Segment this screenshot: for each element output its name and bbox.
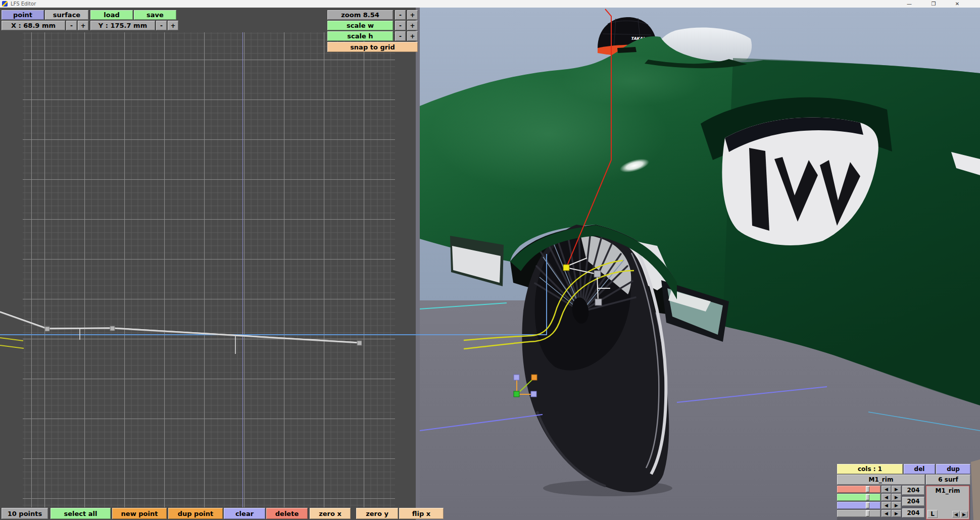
surf-count-button[interactable]: 6 surf: [926, 475, 970, 485]
point-handle-lavender[interactable]: [531, 391, 536, 397]
zero-x-button[interactable]: zero x: [310, 508, 351, 519]
material-next-arrow[interactable]: ▶: [960, 511, 968, 517]
flip-x-button[interactable]: flip x: [399, 508, 444, 519]
new-point-button[interactable]: new point: [112, 508, 167, 519]
minimize-button[interactable]: —: [901, 0, 918, 8]
scale-h-button[interactable]: scale h: [327, 31, 393, 41]
control-point-handle[interactable]: [45, 327, 50, 331]
zoom-plus-button[interactable]: +: [407, 10, 418, 20]
gizmo-handle[interactable]: [594, 271, 601, 277]
surface-panel: cols : 1 del dup M1_rim 6 surf ◀ ▶ ◀ ▶ ◀…: [837, 464, 970, 520]
red-left-arrow[interactable]: ◀: [881, 486, 891, 493]
maximize-button[interactable]: ❐: [925, 0, 942, 8]
selected-point-handle[interactable]: [563, 265, 569, 271]
scale-w-button[interactable]: scale w: [327, 21, 393, 30]
blue-left-arrow[interactable]: ◀: [881, 502, 891, 509]
window-title: LFS Editor: [11, 1, 36, 7]
points-count-readout: 10 points: [2, 508, 48, 519]
clear-button[interactable]: clear: [224, 508, 265, 519]
y-minus-button[interactable]: -: [156, 21, 167, 30]
delete-button[interactable]: delete: [266, 508, 308, 519]
zero-y-button[interactable]: zero y: [356, 508, 398, 519]
lfs-editor-window: TAKAI: [0, 0, 980, 520]
gizmo-handle[interactable]: [595, 299, 602, 305]
zoom-readout: zoom 8.54: [327, 10, 393, 20]
load-button[interactable]: load: [90, 10, 133, 20]
snap-to-grid-button[interactable]: snap to grid: [327, 42, 418, 52]
spline-polyline: [0, 312, 359, 343]
scale-w-minus-button[interactable]: -: [395, 21, 406, 30]
blue-right-arrow[interactable]: ▶: [892, 502, 901, 509]
dup-button[interactable]: dup: [936, 464, 970, 474]
point-handle-lavender[interactable]: [514, 375, 519, 380]
selected-material-label: M1_rim: [926, 487, 969, 494]
cockpit-vent-slot: [617, 47, 636, 53]
x-coordinate-readout: X : 68.9 mm: [2, 21, 65, 30]
material-name-button[interactable]: M1_rim: [837, 475, 925, 485]
lighting-toggle-button[interactable]: L: [927, 510, 938, 518]
lightness-slider-thumb[interactable]: [866, 510, 869, 516]
model-3d-viewport[interactable]: TAKAI: [420, 8, 980, 520]
red-value: 204: [902, 486, 924, 495]
green-right-arrow[interactable]: ▶: [892, 494, 901, 501]
scale-w-plus-button[interactable]: +: [407, 21, 418, 30]
blue-slider[interactable]: [837, 502, 880, 509]
red-slider[interactable]: [837, 486, 880, 493]
save-button[interactable]: save: [134, 10, 176, 20]
point-handle-green[interactable]: [514, 391, 519, 397]
y-coordinate-readout: Y : 175.7 mm: [90, 21, 155, 30]
del-button[interactable]: del: [904, 464, 935, 474]
hump-sheen: [561, 56, 703, 106]
scene-3d: TAKAI: [420, 8, 980, 520]
green-slider[interactable]: [837, 494, 880, 501]
red-slider-thumb[interactable]: [866, 486, 869, 492]
select-all-button[interactable]: select all: [51, 508, 111, 519]
surface-mode-button[interactable]: surface: [45, 10, 88, 20]
point-handle-orange[interactable]: [531, 375, 537, 380]
point-mode-button[interactable]: point: [2, 10, 44, 20]
control-point-handle[interactable]: [357, 341, 362, 345]
lightness-slider[interactable]: [837, 510, 880, 517]
control-point-handle[interactable]: [110, 326, 115, 331]
curve-editor-overlay: [0, 8, 420, 520]
lightness-right-arrow[interactable]: ▶: [892, 510, 901, 517]
cols-readout[interactable]: cols : 1: [837, 464, 903, 474]
scale-h-minus-button[interactable]: -: [395, 31, 406, 41]
material-prev-arrow[interactable]: ◀: [952, 511, 960, 517]
scale-h-plus-button[interactable]: +: [407, 31, 418, 41]
green-slider-thumb[interactable]: [866, 494, 869, 500]
x-plus-button[interactable]: +: [78, 21, 88, 30]
blue-slider-thumb[interactable]: [866, 502, 869, 508]
x-minus-button[interactable]: -: [66, 21, 77, 30]
zoom-minus-button[interactable]: -: [395, 10, 406, 20]
selected-material-box[interactable]: M1_rim L ◀ ▶: [926, 486, 969, 519]
lightness-left-arrow[interactable]: ◀: [881, 510, 891, 517]
y-plus-button[interactable]: +: [168, 21, 178, 30]
green-left-arrow[interactable]: ◀: [881, 494, 891, 501]
dup-point-button[interactable]: dup point: [168, 508, 223, 519]
red-right-arrow[interactable]: ▶: [892, 486, 901, 493]
app-icon: [2, 1, 8, 7]
green-value: 204: [902, 497, 924, 506]
point-tick-marks: [80, 329, 235, 354]
spline-polyline-highlight: [0, 311, 359, 342]
yellow-guide-segments: [0, 338, 24, 348]
close-button[interactable]: ✕: [949, 0, 966, 8]
blue-value: 204: [902, 508, 924, 517]
titlebar[interactable]: LFS Editor — ❐ ✕: [0, 0, 980, 8]
